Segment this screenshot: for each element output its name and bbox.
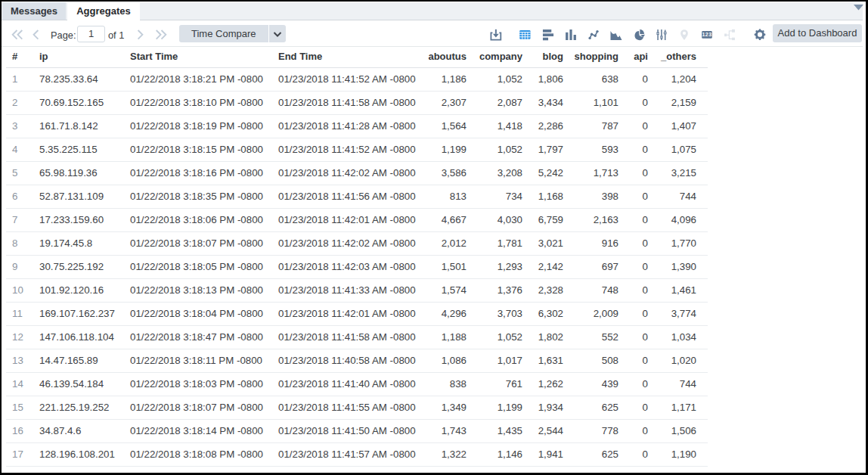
svg-text:123: 123 — [702, 32, 711, 37]
